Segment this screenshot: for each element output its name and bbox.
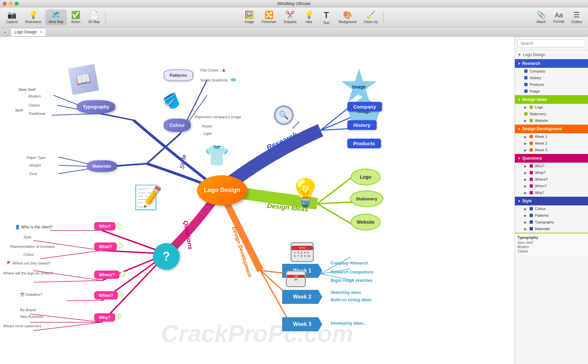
- toolbar-image[interactable]: 🖼️ Image: [241, 9, 258, 26]
- toolbar-action[interactable]: ✅ Action: [67, 9, 84, 25]
- canvas[interactable]: CrackProPc.com: [0, 37, 515, 364]
- sidebar-item-logo[interactable]: ▶ Logo: [515, 104, 588, 111]
- colour-node[interactable]: Colour: [164, 119, 191, 132]
- where-node[interactable]: Where? 3: [94, 270, 120, 279]
- sidebar-item-typography[interactable]: ▶ Typography: [515, 219, 588, 225]
- company-research-label: Company Research: [331, 260, 368, 266]
- outline-icon: ☰: [573, 11, 580, 19]
- classic-label: Classic: [28, 102, 40, 108]
- who-node[interactable]: Who? 1: [94, 222, 116, 230]
- sidebar-item-products[interactable]: Products: [515, 81, 588, 88]
- sidebar-item-week1[interactable]: ▶ Week 1: [515, 133, 588, 140]
- toolbar-outline[interactable]: ☰ Outline: [568, 9, 585, 25]
- design-dev-section-header[interactable]: ▼ Design Development: [515, 125, 588, 133]
- sidebar-item-why[interactable]: ▶ Why?: [515, 189, 588, 196]
- week1-dot: [530, 135, 533, 138]
- toolbar-flowchart[interactable]: 🔀 Flowchart: [258, 9, 279, 26]
- design-ideas-logo-node[interactable]: Logo: [351, 169, 381, 185]
- toolbar-attach[interactable]: 📎 Attach: [533, 9, 550, 25]
- sidebar-item-materials[interactable]: ▶ Materials: [515, 225, 588, 232]
- questions-section-label: Questions: [522, 156, 542, 161]
- center-label: Logo Design: [204, 187, 240, 194]
- sidebar-search-input[interactable]: [518, 39, 585, 47]
- design-ideas-chevron-icon: ▼: [518, 98, 521, 102]
- sidebar-item-stationery[interactable]: Stationery: [515, 111, 588, 117]
- sidebar-item-patterns[interactable]: ▶ Patterns: [515, 212, 588, 219]
- sidebar-item-when[interactable]: ▶ When?: [515, 183, 588, 189]
- toolbar-mindmap[interactable]: 🗺️ Mind Map: [45, 9, 67, 25]
- svg-line-26: [33, 281, 102, 282]
- style-section-header[interactable]: ▼ Style: [515, 197, 588, 205]
- toolbar-brainstorm[interactable]: 💡 Brainstorm: [22, 9, 45, 25]
- style-section-label: Style: [522, 199, 532, 203]
- sidebar-item-website[interactable]: ▶ Website: [515, 117, 588, 124]
- toolbar-2dmap[interactable]: 📄 2D Map: [85, 9, 103, 25]
- center-node[interactable]: Logo Design: [197, 175, 247, 205]
- research-history-node[interactable]: History: [347, 120, 377, 130]
- patterns-cloud[interactable]: Patterns: [164, 69, 193, 81]
- toolbar-separator-2: [383, 11, 383, 24]
- research-products-node[interactable]: Products: [347, 139, 381, 148]
- when-label: When?: [99, 293, 113, 298]
- sidebar-item-where[interactable]: ▶ Where?: [515, 176, 588, 183]
- week3-label: Week 3: [293, 321, 312, 327]
- image-star-label: Image: [352, 84, 366, 89]
- brainstorm-icon: 💡: [29, 11, 38, 19]
- minimize-button[interactable]: [9, 2, 13, 6]
- sidebar-item-history[interactable]: History: [515, 74, 588, 81]
- sidebar-section-style: ▼ Style ▶ Colour ▶ Patterns ▶ Typography…: [515, 197, 588, 232]
- close-button[interactable]: [3, 2, 7, 6]
- toolbar-text[interactable]: T Text: [318, 9, 335, 26]
- toolbar-capture[interactable]: 📷 Capture: [3, 9, 21, 25]
- sidebar-item-company[interactable]: Company: [515, 68, 588, 74]
- classic-option: Classic: [518, 249, 585, 253]
- tab-close-icon[interactable]: ✕: [39, 30, 42, 34]
- begin-rough-label: Begin rough sketches: [331, 277, 372, 283]
- who-client-label: 👤 Who is the client?: [15, 224, 53, 230]
- attract-sub: Attract more customers: [3, 323, 41, 329]
- when-node[interactable]: When? 4: [94, 291, 118, 300]
- materials-label: Materials: [92, 164, 111, 169]
- add-tab-button[interactable]: +: [1, 28, 9, 36]
- toolbar-background[interactable]: 🎨 Background: [335, 9, 360, 26]
- sidebar-item-what[interactable]: ▶ What?: [515, 169, 588, 176]
- why-node[interactable]: Why? 5: [94, 313, 115, 322]
- why-item-label: Why?: [535, 191, 544, 195]
- design-ideas-website-node[interactable]: Website: [351, 214, 381, 230]
- tab-logo-design[interactable]: Logo Design ✕: [11, 28, 46, 36]
- stationery-item-label: Stationery: [530, 112, 546, 116]
- materials-node[interactable]: Materials: [87, 160, 117, 172]
- sidebar-item-image[interactable]: Image: [515, 88, 588, 95]
- typography-detail-panel: Typography Sans Serif Modern Classic: [515, 233, 588, 255]
- maximize-button[interactable]: [15, 2, 19, 6]
- typography-node[interactable]: Typography: [77, 100, 115, 114]
- week2-item-label: Week 2: [535, 141, 547, 145]
- image-star-node[interactable]: Image: [341, 68, 377, 105]
- svg-line-3: [100, 114, 134, 120]
- toolbar-format[interactable]: Aa Format: [550, 9, 568, 25]
- where-item-label: Where?: [535, 177, 548, 181]
- sidebar-item-week3[interactable]: ▶ Week 3: [515, 147, 588, 153]
- sidebar-item-who[interactable]: ▶ Who?: [515, 163, 588, 169]
- toolbar-snippets[interactable]: ✂️ Snippets: [280, 9, 300, 26]
- questions-section-header[interactable]: ▼ Questions: [515, 154, 588, 163]
- format-label: Format: [554, 20, 564, 23]
- toolbar-idea[interactable]: 💡 Idea: [301, 9, 317, 26]
- week2-node[interactable]: Week 2: [282, 290, 322, 304]
- why-label: Why?: [99, 315, 111, 320]
- svg-line-14: [317, 177, 352, 204]
- sidebar-item-week2[interactable]: ▶ Week 2: [515, 140, 588, 147]
- design-ideas-stationery-node[interactable]: Stationery: [350, 190, 383, 207]
- research-section-header[interactable]: ▼ Research: [515, 59, 588, 68]
- flowchart-icon: 🔀: [264, 11, 273, 19]
- capture-icon: 📷: [7, 11, 16, 19]
- patterns-label: Patterns: [170, 73, 187, 78]
- design-ideas-section-header[interactable]: ▼ Design Ideas: [515, 95, 588, 104]
- sidebar-section-design-ideas: ▼ Design Ideas ▶ Logo Stationery ▶ Websi…: [515, 95, 588, 124]
- week3-node[interactable]: Week 3: [282, 317, 322, 331]
- developing-ideas-label: Developing ideas...: [331, 320, 367, 326]
- what-node[interactable]: What? 2: [94, 242, 117, 251]
- sidebar-item-colour[interactable]: ▶ Colour: [515, 205, 588, 212]
- toolbar-cleanup[interactable]: 🧹 Clean Up: [361, 9, 381, 26]
- toolbar: 📷 Capture 💡 Brainstorm 🗺️ Mind Map ✅ Act…: [0, 7, 588, 27]
